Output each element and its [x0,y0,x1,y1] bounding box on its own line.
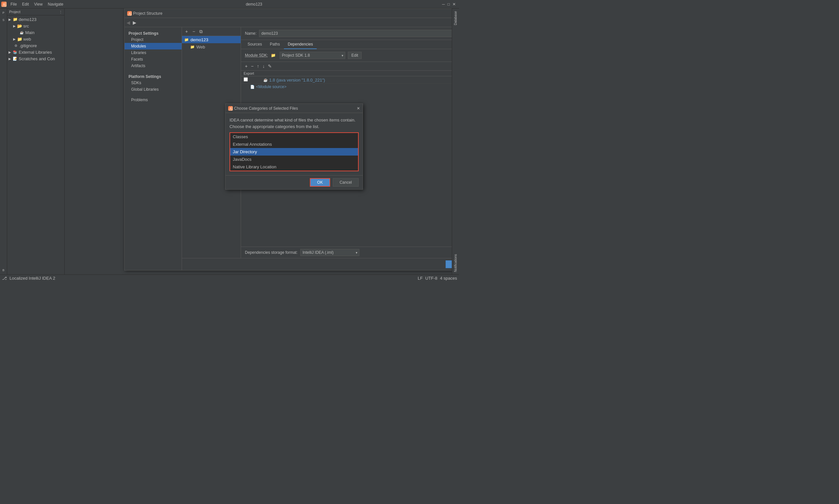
cat-desc-line2: Choose the appropriate categories from t… [229,124,319,129]
ps-deps-export-jdk [244,77,263,83]
bookmarks-icon[interactable]: B [1,267,6,273]
ps-nav-artifacts[interactable]: Artifacts [124,62,182,69]
module-folder-icon-web: 📁 [190,44,195,50]
ps-nav-project[interactable]: Project [124,36,182,43]
ps-name-input[interactable] [259,30,452,37]
tree-label-web: web [23,37,31,41]
version-control-text: Localized IntelliJ IDEA 2 [10,276,55,281]
minimize-btn[interactable]: ─ [442,2,445,6]
project-panel-header: Project ⋮ [7,8,64,15]
menu-item-navigate[interactable]: Navigate [45,1,66,7]
cat-cancel-btn[interactable]: Cancel [333,178,359,187]
ps-sdk-select[interactable]: Project SDK 1.8 [280,52,345,59]
tree-arrow-ext-libs: ▶ [8,50,13,54]
ps-nav-sdks[interactable]: SDKs [124,79,182,86]
nav-forward-btn[interactable]: ▶ [132,19,137,26]
ps-tree-item-demo123[interactable]: 📁 demo123 [182,36,241,43]
ps-tree-remove-btn[interactable]: − [190,28,197,35]
ps-bottom-select-wrapper: IntelliJ IDEA (.iml) [300,249,359,256]
ps-bottom-row: Dependencies storage format: IntelliJ ID… [241,247,452,258]
right-label-notifications[interactable]: Notifications [453,252,458,274]
status-spaces[interactable]: 4 spaces [440,276,457,281]
ps-deps-row-jdk[interactable]: ☕ 1.8 (java version "1.8.0_221") [241,76,452,84]
tree-item-scratches[interactable]: ▶ 📝 Scratches and Con [7,55,64,62]
tree-item-ext-libs[interactable]: ▶ 📚 External Libraries [7,49,64,55]
tree-arrow-web: ▶ [13,37,17,41]
folder-icon-demo123: 📁 [13,17,18,22]
folder-icon-web: 📁 [17,36,22,41]
cat-title-text: Choose Categories of Selected Files [234,106,357,111]
ps-deps-down-btn[interactable]: ↓ [261,63,266,69]
ps-tabs: Sources Paths Dependencies [241,40,452,49]
project-icon[interactable]: P [1,10,6,16]
ps-nav-libraries[interactable]: Libraries [124,50,182,56]
ps-tab-sources[interactable]: Sources [244,40,266,49]
ps-nav-problems[interactable]: Problems [124,96,182,103]
ps-tree-item-web[interactable]: 📁 Web [182,43,241,50]
status-right: LF UTF-8 4 spaces [418,276,457,281]
ps-left-panel: Project Settings Project Modules Librari… [124,27,182,270]
maximize-btn[interactable]: □ [447,2,450,6]
cat-list-item-jar-dir[interactable]: Jar Directory [230,148,358,156]
cat-close-btn[interactable]: ✕ [357,106,360,111]
ps-deps-up-btn[interactable]: ↑ [255,63,260,69]
menu-item-edit[interactable]: Edit [19,1,32,7]
tree-item-src[interactable]: ▶ 📂 src [7,23,64,29]
ps-ok-btn[interactable]: OK [446,260,452,268]
cat-app-icon: I [228,106,233,111]
menu-bar: I File Edit View Navigate demo123 ─ □ ✕ [0,0,459,8]
cat-list-item-classes[interactable]: Classes [230,133,358,141]
platform-settings-header: Platform Settings [124,73,182,79]
tree-arrow-demo123: ▶ [8,18,13,21]
right-label-database[interactable]: Database [453,8,458,28]
ps-nav-modules[interactable]: Modules [124,43,182,50]
module-source-icon: 📄 [250,85,255,89]
cat-desc-line1: IDEA cannot determine what kind of files… [229,118,355,123]
ide-window: I File Edit View Navigate demo123 ─ □ ✕ … [0,0,459,282]
sdk-folder-icon: 📁 [271,53,276,58]
ps-deps-edit-btn[interactable]: ✎ [267,63,273,69]
status-lf[interactable]: LF [418,276,423,281]
tree-item-gitignore[interactable]: ⚙ .gitignore [7,42,64,49]
category-dialog: I Choose Categories of Selected Files ✕ … [225,104,363,190]
tree-item-web[interactable]: ▶ 📁 web [7,36,64,42]
ps-deps-row-module-source[interactable]: 📄 <Module source> [241,84,452,90]
menu-item-file[interactable]: File [8,1,19,7]
structure-icon[interactable]: S [1,17,6,23]
ps-nav-bar: ◀ ▶ [124,18,452,27]
git-icon: ⚙ [13,43,18,48]
ps-name-row: Name: ✓ [241,27,452,40]
tree-label-src: src [23,23,29,29]
module-folder-icon-demo123: 📁 [184,37,189,42]
cat-list-item-native-lib[interactable]: Native Library Location [230,163,358,170]
ps-bottom-select[interactable]: IntelliJ IDEA (.iml) [300,249,359,256]
tree-arrow-scratches: ▶ [8,57,13,60]
tree-item-demo123[interactable]: ▶ 📁 demo123 [7,16,64,23]
ps-deps-add-btn[interactable]: + [244,63,249,69]
ps-tree-copy-btn[interactable]: ⧉ [198,28,204,35]
project-panel-menu[interactable]: ⋮ [59,10,62,14]
status-encoding[interactable]: UTF-8 [425,276,438,281]
ide-body: P S B Project ⋮ ▶ 📁 demo123 ▶ 📂 [0,8,459,274]
nav-back-btn[interactable]: ◀ [126,19,131,26]
ps-tab-dependencies[interactable]: Dependencies [284,40,317,49]
ps-nav-facets[interactable]: Facets [124,56,182,62]
tree-item-main[interactable]: ☕ Main [7,29,64,36]
ps-sdk-label: Module SDK: [245,53,268,58]
cat-ok-btn[interactable]: OK [310,178,330,187]
version-control-label[interactable]: ⎇ [2,276,7,281]
cat-list-item-ext-annotations[interactable]: External Annotations [230,141,358,148]
cat-list-item-javadocs[interactable]: JavaDocs [230,156,358,163]
ps-deps-remove-btn[interactable]: − [250,63,255,69]
tree-label-demo123: demo123 [19,17,36,22]
ps-nav-global-libs[interactable]: Global Libraries [124,86,182,93]
status-bar: ⎇ Localized IntelliJ IDEA 2 LF UTF-8 4 s… [0,274,459,282]
ps-app-icon: I [127,11,132,16]
ps-edit-btn[interactable]: Edit [348,52,362,59]
ps-tree-add-btn[interactable]: + [183,28,190,35]
menu-item-view[interactable]: View [32,1,45,7]
ps-deps-checkbox-jdk[interactable] [244,77,248,82]
ps-tab-paths[interactable]: Paths [266,40,284,49]
close-btn[interactable]: ✕ [452,2,456,6]
ps-sdk-row: Module SDK: 📁 Project SDK 1.8 Edit [241,49,452,62]
